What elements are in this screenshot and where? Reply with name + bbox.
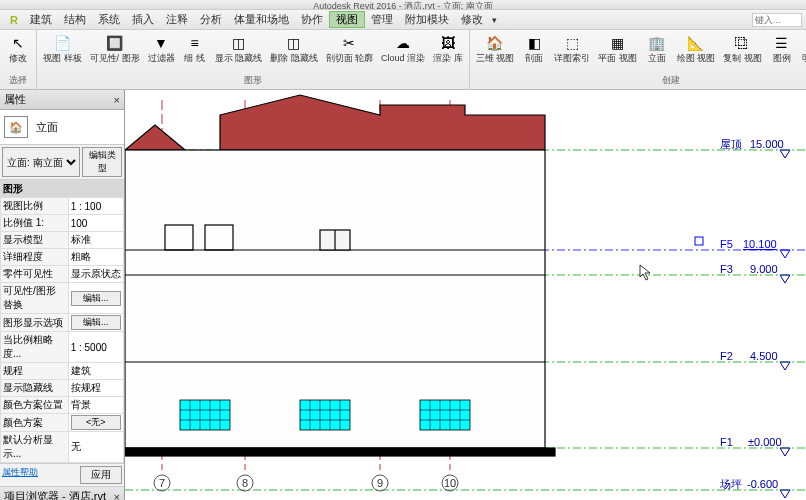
menu-bar: R 建筑 结构 系统 插入 注释 分析 体量和场地 协作 视图 管理 附加模块 … [0,10,806,30]
cloud-icon: ☁ [393,33,413,53]
svg-text:7: 7 [159,477,165,489]
ribbon: ↖ 修改 选择 📄视图 样板 🔲可见性/ 图形 ▼过滤器 ≡细 线 ◫显示 隐藏… [0,30,806,90]
svg-text:场坪: 场坪 [719,478,742,490]
cut-profile-button[interactable]: ✂剖切面 轮廓 [324,32,376,64]
close-browser-icon[interactable]: × [114,491,120,501]
svg-text:-0.600: -0.600 [747,478,778,490]
analysis-disp[interactable]: 无 [68,432,123,463]
discipline[interactable]: 建筑 [68,363,123,380]
tab-modify[interactable]: 修改 [455,12,489,27]
legend-icon: ☰ [772,33,792,53]
filters-button[interactable]: ▼过滤器 [146,32,177,64]
cloud-render-button[interactable]: ☁Cloud 渲染 [379,32,427,64]
visibility-button[interactable]: 🔲可见性/ 图形 [88,32,142,64]
tab-architecture[interactable]: 建筑 [24,12,58,27]
color-loc[interactable]: 背景 [68,397,123,414]
remove-hidden-button[interactable]: ◫删除 隐藏线 [268,32,320,64]
line-icon: ≡ [185,33,205,53]
remove-icon: ◫ [284,33,304,53]
svg-rect-60 [695,237,703,245]
modify-dropdown-icon[interactable]: ▾ [489,15,500,25]
svg-text:9.000: 9.000 [750,263,778,275]
drafting-button[interactable]: 📐绘图 视图 [675,32,718,64]
detail-level[interactable]: 粗略 [68,249,123,266]
section-button[interactable]: ◧剖面 [520,32,548,64]
tab-annotate[interactable]: 注释 [160,12,194,27]
properties-header: 属性× [0,90,124,110]
tab-view[interactable]: 视图 [329,11,365,28]
modify-button[interactable]: ↖ 修改 [4,32,32,64]
type-selector[interactable]: 🏠 立面 [0,110,124,145]
props-help-link[interactable]: 属性帮助 [2,466,38,479]
instance-selector[interactable]: 立面: 南立面 [2,147,80,177]
template-icon: 📄 [52,33,72,53]
app-menu[interactable]: R [4,14,24,26]
tab-structure[interactable]: 结构 [58,12,92,27]
search-input[interactable] [752,13,802,27]
tab-manage[interactable]: 管理 [365,12,399,27]
elevation-button[interactable]: 🏢立面 [643,32,671,64]
thin-line-button[interactable]: ≡细 线 [181,32,209,64]
svg-text:8: 8 [242,477,248,489]
svg-text:15.000: 15.000 [750,138,784,150]
cut-icon: ✂ [339,33,359,53]
disp-opt-button[interactable]: 编辑... [71,315,121,330]
display-model[interactable]: 标准 [68,232,123,249]
vis-override-button[interactable]: 编辑... [71,291,121,306]
dup-icon: ⿻ [732,33,752,53]
property-grid: 图形 视图比例 比例值 1:100 显示模型标准 详细程度粗略 零件可见性显示原… [0,180,124,463]
tab-analyze[interactable]: 分析 [194,12,228,27]
svg-text:10.100: 10.100 [743,238,777,250]
3d-view-button[interactable]: 🏠三维 视图 [474,32,517,64]
drafting-icon: 📐 [686,33,706,53]
svg-text:±0.000: ±0.000 [748,436,782,448]
svg-text:4.500: 4.500 [750,350,778,362]
tab-systems[interactable]: 系统 [92,12,126,27]
svg-text:F2: F2 [720,350,733,362]
schedule-button[interactable]: ▤明细表 [800,32,806,64]
visibility-icon: 🔲 [105,33,125,53]
color-scheme-button[interactable]: <无> [71,415,121,430]
legend-button[interactable]: ☰图例 [768,32,796,64]
callout-icon: ⬚ [562,33,582,53]
show-icon: ◫ [228,33,248,53]
close-props-icon[interactable]: × [114,94,120,106]
svg-text:屋顶: 屋顶 [720,138,742,150]
view-scale-input[interactable] [71,201,121,212]
plan-view-button[interactable]: ▦平面 视图 [596,32,639,64]
house-icon: 🏠 [485,33,505,53]
svg-rect-40 [300,400,350,430]
svg-rect-41 [420,400,470,430]
gallery-icon: 🖼 [438,33,458,53]
apply-button[interactable]: 应用 [80,466,122,484]
render-gallery-button[interactable]: 🖼渲染 库 [431,32,465,64]
tab-massing[interactable]: 体量和场地 [228,12,295,27]
hidden-line[interactable]: 按规程 [68,380,123,397]
tab-insert[interactable]: 插入 [126,12,160,27]
filter-icon: ▼ [151,33,171,53]
parts-vis[interactable]: 显示原状态 [68,266,123,283]
callout-button[interactable]: ⬚详图索引 [552,32,592,64]
elevation-type-icon: 🏠 [4,116,28,138]
cursor-icon [640,265,650,280]
svg-text:F3: F3 [720,263,733,275]
duplicate-button[interactable]: ⿻复制 视图 [721,32,764,64]
tab-collab[interactable]: 协作 [295,12,329,27]
far-clip[interactable]: 1 : 5000 [68,332,123,363]
edit-type-button[interactable]: 编辑类型 [82,147,122,177]
type-label: 立面 [36,120,58,135]
view-template-button[interactable]: 📄视图 样板 [41,32,84,64]
svg-text:F5: F5 [720,238,733,250]
svg-rect-34 [125,448,555,456]
svg-text:F1: F1 [720,436,733,448]
section-icon: ◧ [524,33,544,53]
show-hidden-button[interactable]: ◫显示 隐藏线 [213,32,265,64]
left-panel: 属性× 🏠 立面 立面: 南立面 编辑类型 图形 视图比例 比例值 1:100 … [0,90,125,500]
scale-value: 100 [68,215,123,232]
svg-rect-39 [180,400,230,430]
tab-addins[interactable]: 附加模块 [399,12,455,27]
title-bar: Autodesk Revit 2016 - 酒店.rvt - 立面: 南立面 [0,0,806,10]
drawing-canvas[interactable]: 屋顶15.000 F510.100 F39.000 F24.500 F1±0.0… [125,90,806,500]
plan-icon: ▦ [607,33,627,53]
svg-text:10: 10 [444,477,456,489]
